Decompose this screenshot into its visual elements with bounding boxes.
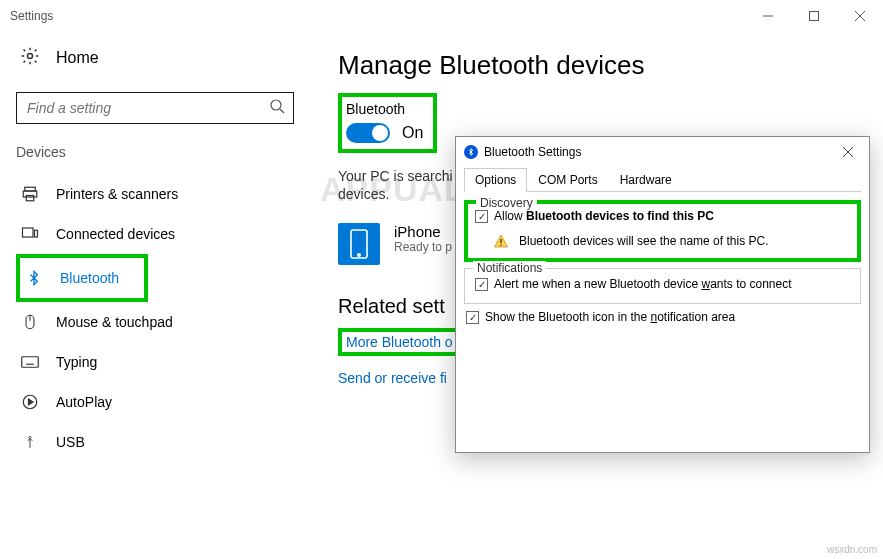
tab-hardware[interactable]: Hardware: [609, 168, 683, 192]
checkbox-icon: ✓: [466, 311, 479, 324]
dialog-close-button[interactable]: [835, 140, 861, 164]
checkbox-allow-discovery[interactable]: ✓ Allow Bluetooth devices to find this P…: [475, 209, 850, 223]
searching-text: Your PC is searchi devices.: [338, 167, 458, 203]
usb-icon: [20, 433, 40, 451]
warning-icon: [493, 233, 509, 249]
bluetooth-glyph-icon: [464, 145, 478, 159]
sidebar-item-usb[interactable]: USB: [16, 422, 290, 462]
tab-com-ports[interactable]: COM Ports: [527, 168, 608, 192]
svg-point-21: [358, 254, 360, 256]
svg-rect-8: [23, 191, 37, 197]
devices-icon: [20, 225, 40, 243]
svg-point-5: [271, 100, 281, 110]
sidebar-item-mouse[interactable]: Mouse & touchpad: [16, 302, 290, 342]
svg-rect-11: [35, 230, 38, 237]
mouse-icon: [20, 313, 40, 331]
svg-rect-9: [26, 196, 34, 201]
watermark-credit: wsxdn.com: [827, 544, 877, 555]
minimize-button[interactable]: [745, 0, 791, 32]
window-title: Settings: [10, 9, 53, 23]
highlight-discovery-group: Discovery ✓ Allow Bluetooth devices to f…: [464, 200, 861, 262]
sidebar-item-label: Printers & scanners: [56, 186, 178, 202]
checkbox-show-tray-icon[interactable]: ✓ Show the Bluetooth icon in the notific…: [466, 310, 861, 324]
checkbox-icon: ✓: [475, 210, 488, 223]
highlight-more-options: More Bluetooth o: [338, 328, 461, 356]
checkbox-icon: ✓: [475, 278, 488, 291]
home-button[interactable]: Home: [16, 46, 290, 70]
warning-text: Bluetooth devices will see the name of t…: [519, 234, 768, 248]
sidebar-item-bluetooth[interactable]: Bluetooth: [20, 258, 144, 298]
sidebar-item-label: Mouse & touchpad: [56, 314, 173, 330]
search-icon: [269, 98, 285, 118]
sidebar-item-label: Typing: [56, 354, 97, 370]
svg-rect-24: [500, 239, 501, 243]
discovery-warning: Bluetooth devices will see the name of t…: [475, 233, 850, 249]
gear-icon: [20, 46, 40, 70]
sidebar-item-autoplay[interactable]: AutoPlay: [16, 382, 290, 422]
device-name: iPhone: [394, 223, 452, 240]
svg-rect-1: [810, 12, 819, 21]
sidebar-item-printers[interactable]: Printers & scanners: [16, 174, 290, 214]
sidebar-item-connected[interactable]: Connected devices: [16, 214, 290, 254]
sidebar: Home Devices Printers & scanners Connect…: [0, 32, 300, 462]
maximize-button[interactable]: [791, 0, 837, 32]
bluetooth-settings-dialog: Bluetooth Settings Options COM Ports Har…: [455, 136, 870, 453]
page-title: Manage Bluetooth devices: [338, 50, 873, 81]
svg-rect-25: [500, 244, 501, 245]
printer-icon: [20, 185, 40, 203]
keyboard-icon: [20, 355, 40, 369]
search-input-container[interactable]: [16, 92, 294, 124]
home-label: Home: [56, 49, 99, 67]
window-titlebar: Settings: [0, 0, 883, 32]
group-title-notifications: Notifications: [473, 261, 546, 275]
bluetooth-icon: [24, 269, 44, 287]
dialog-tabs: Options COM Ports Hardware: [464, 167, 861, 192]
svg-line-6: [280, 109, 284, 113]
window-controls: [745, 0, 883, 32]
bluetooth-label: Bluetooth: [346, 101, 423, 117]
group-title-discovery: Discovery: [476, 196, 537, 210]
svg-rect-10: [23, 228, 34, 237]
dialog-title: Bluetooth Settings: [484, 145, 581, 159]
sidebar-item-label: Bluetooth: [60, 270, 119, 286]
sidebar-item-label: USB: [56, 434, 85, 450]
checkbox-label: Allow Bluetooth devices to find this PC: [494, 209, 714, 223]
dialog-body: Discovery ✓ Allow Bluetooth devices to f…: [456, 192, 869, 452]
tab-options[interactable]: Options: [464, 168, 527, 192]
link-more-bluetooth-options[interactable]: More Bluetooth o: [346, 334, 453, 350]
sidebar-item-label: AutoPlay: [56, 394, 112, 410]
checkbox-alert-new-device[interactable]: ✓ Alert me when a new Bluetooth device w…: [475, 277, 850, 291]
sidebar-item-typing[interactable]: Typing: [16, 342, 290, 382]
group-notifications: Notifications ✓ Alert me when a new Blue…: [464, 268, 861, 304]
dialog-titlebar: Bluetooth Settings: [456, 137, 869, 167]
phone-icon: [338, 223, 380, 265]
bluetooth-state: On: [402, 124, 423, 142]
svg-rect-14: [22, 357, 39, 368]
svg-point-4: [28, 54, 33, 59]
autoplay-icon: [20, 393, 40, 411]
section-label: Devices: [16, 144, 290, 160]
checkbox-label: Alert me when a new Bluetooth device wan…: [494, 277, 792, 291]
search-input[interactable]: [25, 99, 269, 117]
checkbox-label: Show the Bluetooth icon in the notificat…: [485, 310, 735, 324]
sidebar-item-label: Connected devices: [56, 226, 175, 242]
highlight-bluetooth-nav: Bluetooth: [16, 254, 148, 302]
device-status: Ready to p: [394, 240, 452, 254]
bluetooth-toggle[interactable]: [346, 123, 390, 143]
close-button[interactable]: [837, 0, 883, 32]
highlight-bluetooth-toggle: Bluetooth On: [338, 93, 437, 153]
